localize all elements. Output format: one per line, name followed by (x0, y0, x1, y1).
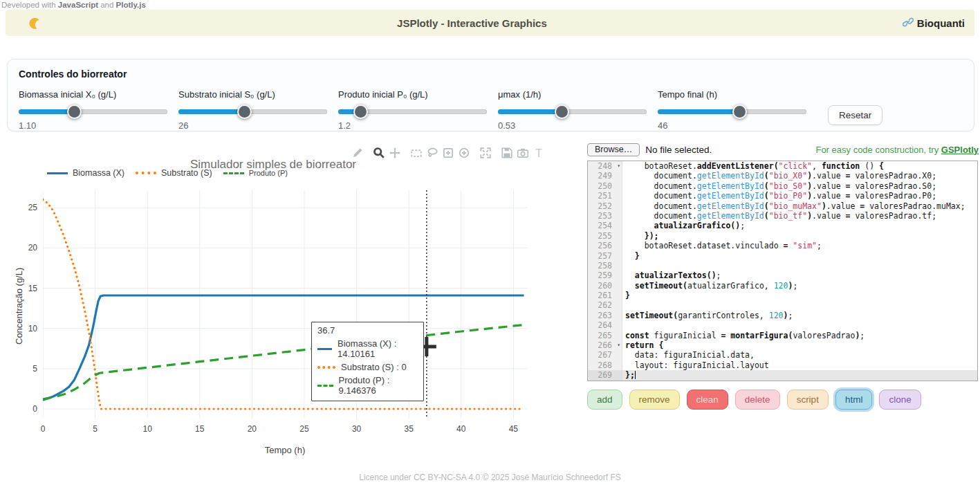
slider-group-3: μmax (1/h)0.53 (498, 89, 647, 131)
slider-fill (658, 109, 739, 114)
code-line-256[interactable]: 256 botaoReset.dataset.vinculado = "sim"… (588, 241, 977, 250)
series-Substrato (S) (43, 200, 524, 409)
x-tick-label: 10 (136, 424, 159, 434)
file-status-text: No file selected. (645, 145, 712, 155)
line-number: 268 (588, 360, 622, 370)
line-number: 250 (588, 181, 622, 191)
slider-fill (19, 109, 74, 114)
code-line-252[interactable]: 252 document.getElementById("bio_muMax")… (588, 201, 977, 211)
code-line-268[interactable]: 268 layout: figuraInicial.layout (588, 360, 977, 370)
editor-action-buttons: addremovecleandeletescripthtmlclone (587, 390, 979, 410)
x-axis-label: Tempo (h) (43, 445, 527, 455)
code-line-266[interactable]: 266▾return { (588, 340, 977, 350)
code-line-259[interactable]: 259 atualizarTextos(); (588, 271, 977, 280)
code-line-263[interactable]: 263setTimeout(garantirControles, 120); (588, 311, 977, 320)
script-button[interactable]: script (787, 390, 829, 410)
line-number: 249 (588, 171, 622, 181)
code-line-261[interactable]: 261} (588, 291, 977, 300)
line-number: 248▾ (588, 161, 622, 171)
sliders-row: Biomassa inicial X₀ (g/L)1.10Substrato i… (19, 89, 963, 131)
slider-label: Produto inicial P₀ (g/L) (338, 89, 487, 101)
line-number: 259 (588, 271, 622, 280)
code-line-264[interactable]: 264 (588, 320, 977, 330)
slider-value: 26 (178, 120, 327, 131)
plot-area[interactable] (43, 190, 527, 422)
fold-arrow-icon[interactable]: ▾ (617, 161, 620, 171)
line-number: 257 (588, 251, 622, 261)
line-number: 260 (588, 281, 622, 291)
line-number: 267 (588, 350, 622, 360)
slider-thumb[interactable] (732, 104, 747, 119)
html-button[interactable]: html (835, 390, 873, 410)
page-title: JSPlotly - Interactive Graphics (41, 17, 903, 29)
tooltip-swatch (317, 385, 333, 387)
bioquanti-link[interactable]: Bioquanti (903, 17, 965, 30)
slider-label: Biomassa inicial X₀ (g/L) (19, 89, 167, 101)
code-line-249[interactable]: 249 document.getElementById("bio_X0").va… (588, 171, 977, 181)
gsplotly-hint: For easy code construction, try GSPlotly (815, 145, 979, 155)
code-line-258[interactable]: 258 (588, 261, 977, 271)
legend-swatch (136, 172, 156, 174)
slider-thumb[interactable] (67, 104, 82, 119)
y-axis-label: Concentração (g/L) (14, 190, 25, 422)
slider-track[interactable] (658, 109, 806, 114)
add-button[interactable]: add (587, 390, 622, 410)
line-number: 261 (588, 291, 622, 300)
clone-button[interactable]: clone (879, 390, 921, 410)
code-line-267[interactable]: 267 data: figuraInicial.data, (588, 350, 977, 360)
file-input-row: Browse… No file selected. For easy code … (587, 142, 979, 157)
fold-arrow-icon[interactable]: ▾ (617, 340, 620, 350)
tooltip-row: Produto (P) : 9.146376 (317, 375, 418, 396)
code-line-262[interactable]: 262 (588, 300, 977, 310)
legend-item-1[interactable]: Substrato (S) (136, 168, 212, 178)
series-Produto (P) (43, 325, 524, 400)
plotly-chart: T Simulador simples de biorreator Biomas… (7, 142, 553, 464)
hover-tooltip: 36.7 Biomassa (X) : 14.10161Substrato (S… (311, 322, 424, 401)
remove-button[interactable]: remove (629, 390, 680, 410)
browse-button[interactable]: Browse… (587, 143, 640, 156)
x-tick-label: 5 (84, 424, 107, 434)
delete-button[interactable]: delete (735, 390, 780, 410)
code-line-255[interactable]: 255 }); (588, 231, 977, 241)
slider-thumb[interactable] (353, 104, 368, 119)
code-line-260[interactable]: 260 setTimeout(atualizarGrafico, 120); (588, 281, 977, 291)
series-Biomassa (X) (43, 295, 524, 400)
line-number: 252 (588, 201, 622, 211)
clean-button[interactable]: clean (687, 390, 728, 410)
slider-track[interactable] (338, 109, 487, 114)
line-number: 263 (588, 311, 622, 320)
code-line-257[interactable]: 257 } (588, 251, 977, 261)
code-line-250[interactable]: 250 document.getElementById("bio_S0").va… (588, 181, 977, 191)
code-line-248[interactable]: 248▾ botaoReset.addEventListener("click"… (588, 161, 977, 171)
code-line-269[interactable]: 269}; (588, 370, 977, 380)
line-number: 251 (588, 191, 622, 201)
slider-value: 0.53 (498, 120, 647, 131)
slider-track[interactable] (19, 109, 167, 114)
gsplotly-link[interactable]: GSPlotly (941, 145, 979, 155)
x-tick-label: 45 (501, 424, 525, 434)
slider-label: Substrato inicial S₀ (g/L) (178, 89, 327, 101)
line-number: 253 (588, 211, 622, 221)
line-number: 269 (588, 370, 622, 380)
legend-swatch (47, 172, 68, 174)
legend-item-0[interactable]: Biomassa (X) (47, 168, 124, 178)
slider-label: μmax (1/h) (498, 89, 647, 101)
x-tick-label: 15 (188, 424, 212, 434)
slider-thumb[interactable] (237, 104, 252, 119)
developed-with-note: Developed with JavaScript and Plotly.js (1, 1, 146, 9)
code-line-265[interactable]: 265const figuraInicial = montarFigura(va… (588, 331, 977, 340)
reset-button[interactable]: Resetar (828, 105, 882, 125)
code-line-254[interactable]: 254 atualizarGrafico(); (588, 221, 977, 230)
slider-fill (498, 109, 562, 114)
slider-group-1: Substrato inicial S₀ (g/L)26 (178, 89, 327, 131)
moon-icon (28, 16, 41, 30)
slider-track[interactable] (498, 109, 647, 114)
slider-fill (178, 109, 244, 114)
code-editor[interactable]: 248▾ botaoReset.addEventListener("click"… (587, 161, 978, 381)
slider-track[interactable] (178, 109, 327, 114)
code-line-253[interactable]: 253 document.getElementById("bio_tf").va… (588, 211, 977, 221)
legend-item-2[interactable]: Produto (P) (223, 169, 288, 177)
slider-thumb[interactable] (555, 104, 569, 119)
text-cursor (635, 371, 636, 379)
code-line-251[interactable]: 251 document.getElementById("bio_P0").va… (588, 191, 977, 201)
